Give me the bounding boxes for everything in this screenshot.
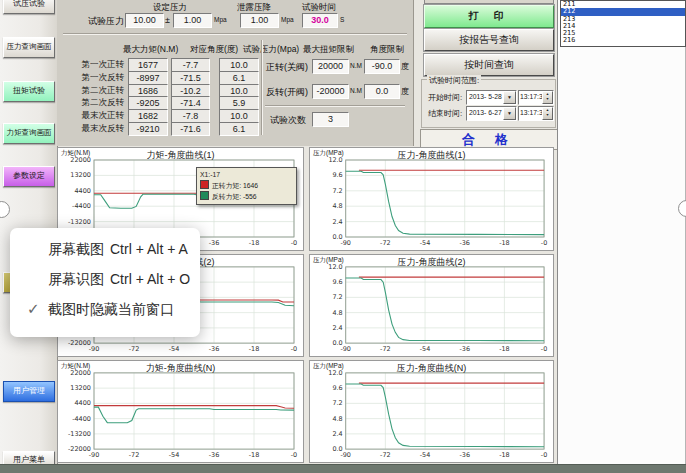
mpa-unit-1: Mpa [214, 16, 227, 23]
leak-drop-field[interactable]: 1.00 [240, 13, 279, 28]
report-list-item[interactable]: 215 [561, 30, 685, 37]
svg-text:-54: -54 [420, 239, 431, 247]
spinner-arrows-icon[interactable]: ▲▼ [542, 91, 553, 104]
app-window: 试压试验 压力查询画面 扭矩试验 力矩查询画面 参数设定 厂家参数 用户管理 用… [0, 0, 686, 473]
test-press-header: 试验压力(Mpa) [243, 44, 299, 56]
forward-label: 正转(关阀) [266, 61, 308, 74]
svg-text:-0: -0 [291, 239, 297, 247]
test-count-field[interactable]: 3 [312, 112, 349, 127]
svg-text:4400: 4400 [74, 187, 91, 195]
svg-text:-90: -90 [340, 451, 351, 459]
chart-pressure-2: 12.09.67.24.82.40.0-90-72-54-36-18-0压力(M… [309, 254, 554, 357]
svg-text:-18: -18 [249, 345, 260, 353]
measure-row-label: 第一次正转 [59, 59, 124, 71]
forward-angle-field[interactable]: -90.0 [364, 59, 400, 74]
query-by-report-button[interactable]: 按报告号查询 [424, 29, 554, 51]
clipped-button[interactable] [424, 0, 554, 4]
svg-text:-72: -72 [129, 451, 140, 459]
svg-text:4400: 4400 [74, 399, 91, 407]
svg-text:-0: -0 [541, 345, 547, 353]
svg-text:-36: -36 [209, 451, 220, 459]
legend-item: 正转力矩: 1646 [200, 180, 293, 191]
max-torque-header: 最大力矩(N.M) [123, 44, 178, 56]
svg-text:7.2: 7.2 [332, 187, 342, 195]
end-time-label: 结束时间: [428, 108, 462, 119]
chart-pressure-n: 12.09.67.24.82.40.0-90-72-54-36-18-0压力(M… [309, 360, 554, 463]
sidebar-item-param-setting[interactable]: 参数设定 [3, 166, 55, 187]
svg-text:2.4: 2.4 [332, 430, 342, 438]
svg-text:-72: -72 [129, 345, 140, 353]
measure-row-label: 最末次反转 [59, 123, 124, 135]
reverse-angle-field[interactable]: 0.0 [364, 84, 400, 99]
spinner-arrows-icon[interactable]: ▲▼ [542, 107, 553, 120]
chart-pressure-1: 12.09.67.24.82.40.0-90-72-54-36-18-0压力(M… [309, 147, 554, 251]
svg-text:-22000: -22000 [68, 445, 91, 453]
start-date-combo[interactable]: 2013- 5-28 ▼ [466, 90, 517, 105]
chart-title: 压力-角度曲线(2) [310, 256, 553, 269]
pressure-value-field: 6.1 [219, 122, 259, 136]
svg-text:-18: -18 [499, 451, 510, 459]
report-list-item[interactable]: 216 [561, 37, 685, 44]
angle-limit-header: 角度限制 [370, 44, 404, 56]
report-number-list[interactable]: 211212213214215216 [560, 0, 686, 47]
sidebar-item-pressure-test[interactable]: 试压试验 [3, 0, 55, 14]
svg-text:-0: -0 [541, 451, 547, 459]
angle-value-field: -71.6 [171, 122, 210, 136]
test-pressure-field[interactable]: 10.00 [125, 13, 164, 28]
svg-text:2.4: 2.4 [332, 324, 342, 332]
chart-torque-n: 22000132004400-4400-13200-22000-90-72-54… [57, 360, 304, 463]
end-date-combo[interactable]: 2013- 6-27 ▼ [466, 106, 517, 121]
report-list-item[interactable]: 212 [561, 8, 685, 15]
reverse-torque-field[interactable]: -20000 [312, 84, 349, 99]
svg-text:-4400: -4400 [72, 415, 91, 423]
svg-text:13200: 13200 [70, 384, 91, 392]
chart-title: 压力-角度曲线(N) [310, 362, 553, 375]
svg-text:4.8: 4.8 [332, 202, 342, 210]
svg-text:-90: -90 [340, 345, 351, 353]
svg-text:-72: -72 [380, 239, 391, 247]
svg-text:-54: -54 [420, 451, 431, 459]
sidebar-item-torque-test[interactable]: 扭矩试验 [3, 81, 55, 102]
svg-text:7.2: 7.2 [332, 293, 342, 301]
legend-cursor-value: X1:-17 [200, 170, 293, 180]
sidebar-item-pressure-query[interactable]: 压力查询画面 [3, 37, 55, 58]
divider [261, 40, 263, 135]
menu-item-screen-ocr[interactable]: 屏幕识图Ctrl + Alt + O [10, 264, 200, 294]
forward-torque-field[interactable]: 20000 [312, 59, 349, 74]
angle-header: 对应角度(度) [190, 44, 238, 56]
menu-item-screen-capture[interactable]: 屏幕截图Ctrl + Alt + A [10, 234, 200, 264]
end-date-value: 2013- 6-27 [467, 107, 502, 119]
svg-text:-90: -90 [89, 451, 100, 459]
svg-text:-18: -18 [499, 345, 510, 353]
end-time-spinner[interactable]: 13:17:35 ▲▼ [518, 106, 554, 121]
svg-text:-72: -72 [380, 345, 391, 353]
query-by-time-button[interactable]: 按时间查询 [424, 54, 554, 76]
menu-item-hide-window[interactable]: ✓ 截图时隐藏当前窗口 [10, 294, 200, 324]
report-list-item[interactable]: 211 [561, 1, 685, 8]
start-date-value: 2013- 5-28 [467, 91, 502, 103]
sidebar-item-user-manage[interactable]: 用户管理 [3, 381, 55, 402]
svg-text:-54: -54 [169, 345, 180, 353]
test-count-label: 试验次数 [270, 114, 306, 127]
start-time-spinner[interactable]: 13:17:35 ▲▼ [518, 90, 554, 105]
menu-item-shortcut: Ctrl + Alt + O [110, 271, 190, 287]
tolerance-field[interactable]: 1.00 [173, 13, 212, 28]
test-time-field[interactable]: 30.0 [302, 13, 338, 28]
report-panel: 211212213214215216 [557, 0, 686, 465]
legend-item: 反转力矩: -556 [200, 191, 293, 202]
deg-unit-2: 度 [401, 86, 409, 97]
svg-text:-18: -18 [249, 239, 260, 247]
chevron-down-icon[interactable]: ▼ [503, 91, 516, 104]
print-button[interactable]: 打 印 [424, 5, 554, 28]
menu-item-shortcut: Ctrl + Alt + A [110, 241, 188, 257]
bottom-bar [0, 464, 686, 473]
sidebar-item-torque-query[interactable]: 力矩查询画面 [3, 123, 55, 144]
report-list-item[interactable]: 213 [561, 16, 685, 23]
menu-item-label: 屏幕截图 [48, 241, 104, 257]
svg-text:2.4: 2.4 [332, 218, 342, 226]
chevron-down-icon[interactable]: ▼ [503, 107, 516, 120]
legend-swatch-icon [200, 191, 209, 200]
report-list-item[interactable]: 214 [561, 23, 685, 30]
svg-text:-0: -0 [291, 345, 297, 353]
divider [265, 105, 405, 107]
